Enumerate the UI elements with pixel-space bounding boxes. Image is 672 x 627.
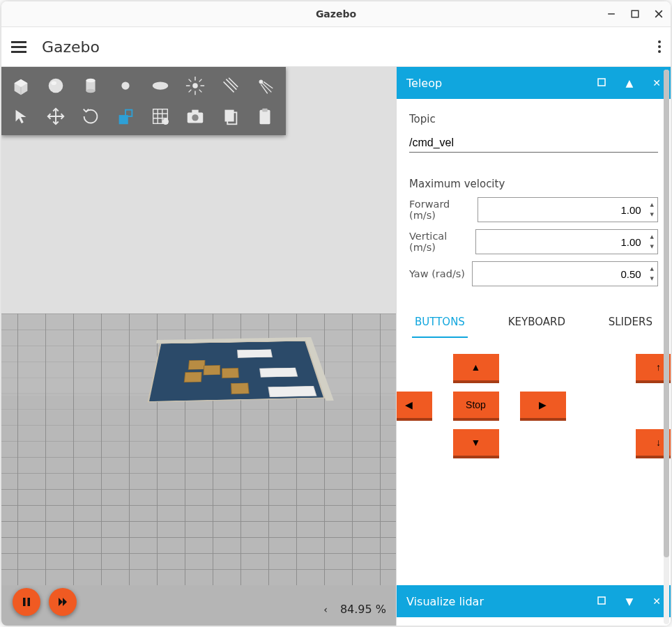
teleop-tabs: BUTTONS KEYBOARD SLIDERS <box>412 309 655 339</box>
yaw-value[interactable] <box>473 268 647 280</box>
window-controls <box>606 1 664 26</box>
scene-room <box>147 341 325 403</box>
scrollbar-thumb[interactable] <box>664 70 669 557</box>
svg-marker-30 <box>16 110 26 124</box>
dpad-back-button[interactable]: ▼ <box>453 429 499 458</box>
select-tool-icon[interactable] <box>4 102 38 131</box>
lidar-title: Visualize lidar <box>406 595 484 608</box>
svg-line-29 <box>261 84 267 93</box>
rotate-tool-icon[interactable] <box>74 102 107 131</box>
dpad-left-button[interactable]: ◀ <box>396 392 432 421</box>
svg-rect-46 <box>260 110 270 125</box>
svg-line-20 <box>199 90 202 93</box>
forward-step-up[interactable]: ▲ <box>647 200 657 210</box>
tab-keyboard[interactable]: KEYBOARD <box>505 309 568 338</box>
titlebar: Gazebo <box>1 1 671 27</box>
svg-rect-49 <box>28 598 31 606</box>
insert-point-light-icon[interactable] <box>178 71 212 100</box>
panel-expand-icon[interactable]: ▼ <box>625 596 633 607</box>
vertical-value[interactable] <box>476 236 647 248</box>
copy-tool-icon[interactable] <box>213 102 247 131</box>
svg-point-10 <box>86 79 95 83</box>
menu-hamburger-icon[interactable] <box>11 41 26 53</box>
sim-play-controls <box>13 588 77 616</box>
svg-point-43 <box>192 114 198 121</box>
svg-rect-12 <box>121 82 129 89</box>
svg-line-19 <box>189 79 192 82</box>
teleop-panel: Teleop ▲ ✕ Topic Maximum velocity Forwa <box>397 67 671 477</box>
side-panel-column: Teleop ▲ ✕ Topic Maximum velocity Forwa <box>396 67 671 626</box>
app-title: Gazebo <box>42 38 100 56</box>
svg-point-40 <box>163 119 169 125</box>
3d-viewport[interactable]: ‹ 84.95 % <box>1 67 396 626</box>
forward-number-input[interactable]: ▲▼ <box>478 197 658 222</box>
scale-tool-icon[interactable] <box>109 102 142 131</box>
insert-box-icon[interactable] <box>4 71 38 100</box>
yaw-step-up[interactable]: ▲ <box>647 264 657 274</box>
status-chevron-left-icon[interactable]: ‹ <box>323 604 328 615</box>
grid-tool-icon[interactable] <box>144 102 177 131</box>
content: ‹ 84.95 % Teleop ▲ ✕ <box>1 67 671 626</box>
panel-close-icon[interactable]: ✕ <box>652 77 661 88</box>
svg-rect-52 <box>598 79 605 86</box>
overflow-menu-button[interactable] <box>658 38 661 55</box>
vertical-number-input[interactable]: ▲▼ <box>475 229 658 254</box>
forward-step-down[interactable]: ▼ <box>647 210 657 219</box>
svg-line-21 <box>199 79 202 82</box>
yaw-step-down[interactable]: ▼ <box>647 274 657 284</box>
svg-point-13 <box>153 82 169 89</box>
teleop-dpad: ▲ ↑ ◀ Stop ▶ ▼ ↓ <box>409 354 658 458</box>
forward-label: Forward (m/s) <box>409 199 478 221</box>
svg-point-8 <box>51 81 56 85</box>
teleop-title: Teleop <box>406 77 442 90</box>
insert-ellipsoid-icon[interactable] <box>144 71 177 100</box>
paste-tool-icon[interactable] <box>248 102 282 131</box>
panel-maximize-icon[interactable] <box>597 596 606 607</box>
dpad-forward-button[interactable]: ▲ <box>453 354 499 383</box>
side-scrollbar[interactable] <box>664 70 669 624</box>
topic-label: Topic <box>409 113 658 125</box>
insert-directional-light-icon[interactable] <box>213 71 247 100</box>
forward-value[interactable] <box>478 204 647 216</box>
pause-button[interactable] <box>13 588 40 616</box>
translate-tool-icon[interactable] <box>39 102 72 131</box>
svg-rect-1 <box>632 10 639 17</box>
step-forward-button[interactable] <box>49 588 77 616</box>
svg-point-14 <box>192 83 198 88</box>
window-title: Gazebo <box>316 8 356 20</box>
dpad-stop-button[interactable]: Stop <box>453 392 499 421</box>
insert-capsule-icon[interactable] <box>109 71 142 100</box>
tab-buttons[interactable]: BUTTONS <box>412 309 468 338</box>
yaw-number-input[interactable]: ▲▼ <box>472 261 658 286</box>
realtime-factor: 84.95 % <box>340 603 386 616</box>
panel-collapse-icon[interactable]: ▲ <box>625 77 633 88</box>
viewport-toolbar <box>1 67 286 135</box>
panel-maximize-icon[interactable] <box>597 77 606 88</box>
svg-marker-50 <box>59 598 63 606</box>
window-minimize-button[interactable] <box>606 9 616 19</box>
teleop-panel-header[interactable]: Teleop ▲ ✕ <box>397 67 671 99</box>
topic-input[interactable] <box>409 132 658 153</box>
svg-point-11 <box>86 89 95 93</box>
window-close-button[interactable] <box>654 9 664 19</box>
insert-spot-light-icon[interactable] <box>248 71 282 100</box>
tab-sliders[interactable]: SLIDERS <box>606 309 655 338</box>
yaw-label: Yaw (rad/s) <box>409 268 465 279</box>
maxvel-label: Maximum velocity <box>409 178 658 190</box>
dpad-right-button[interactable]: ▶ <box>520 392 566 421</box>
svg-point-7 <box>49 79 63 93</box>
svg-rect-44 <box>225 110 234 122</box>
svg-line-22 <box>189 90 192 93</box>
lidar-panel-header[interactable]: Visualize lidar ▼ ✕ <box>397 585 671 617</box>
vertical-step-up[interactable]: ▲ <box>647 232 657 242</box>
insert-sphere-icon[interactable] <box>39 71 72 100</box>
insert-cylinder-icon[interactable] <box>74 71 107 100</box>
vertical-step-down[interactable]: ▼ <box>647 242 657 251</box>
svg-marker-51 <box>63 598 67 606</box>
panel-close-icon[interactable]: ✕ <box>652 596 661 607</box>
svg-line-23 <box>224 82 234 92</box>
window: Gazebo Gazebo <box>1 1 671 626</box>
window-maximize-button[interactable] <box>630 9 640 19</box>
svg-rect-42 <box>192 110 198 114</box>
screenshot-tool-icon[interactable] <box>178 102 212 131</box>
